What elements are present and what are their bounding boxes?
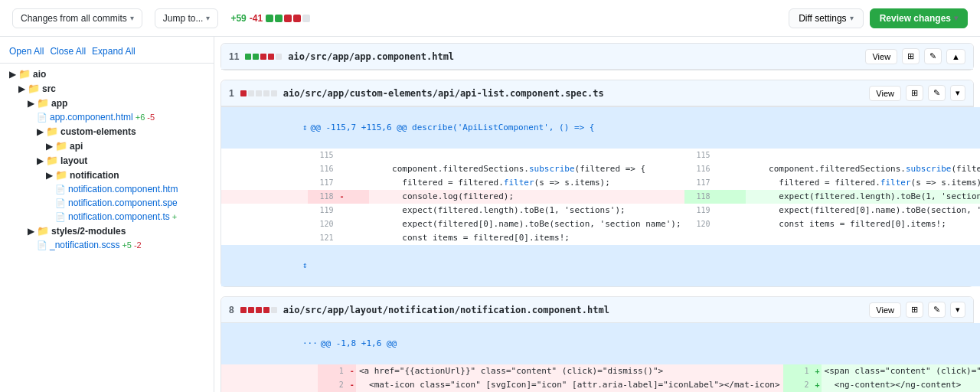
diff-panel: 11 aio/src/app/app.component.html View ⊞…	[214, 37, 980, 392]
diff-settings-button[interactable]: Diff settings ▾	[789, 8, 863, 28]
view-button-3[interactable]: View	[869, 302, 901, 318]
tree-folder-layout[interactable]: ▶ 📁 layout	[0, 153, 214, 168]
expand-all-button[interactable]: Expand All	[92, 46, 136, 57]
sidebar-actions: Open All Close All Expand All	[0, 43, 214, 64]
stat-5	[276, 54, 282, 60]
tree-file-notification-html[interactable]: 📄 notification.component.htm	[0, 182, 214, 196]
expand-icon-bottom[interactable]: ⇕	[302, 260, 308, 270]
changes-label: Changes from all commits	[21, 13, 127, 24]
folder-icon-img: 📁	[37, 97, 49, 109]
stat-block-3	[284, 15, 292, 22]
tree-file-app-component-html[interactable]: 📄 app.component.html +6 -5	[0, 110, 214, 124]
edit-button-2[interactable]: ✎	[928, 85, 946, 101]
folder-icon: ▶	[46, 170, 53, 181]
additions-count: +59	[230, 13, 246, 24]
folder-icon: ▶	[37, 126, 44, 137]
display-mode-button-3[interactable]: ⊞	[906, 302, 923, 318]
file-badge-green: +6	[136, 113, 145, 122]
tree-file-notification-spec[interactable]: 📄 notification.component.spe	[0, 196, 214, 210]
file-tree-sidebar: Open All Close All Expand All ▶ 📁 aio ▶ …	[0, 37, 214, 392]
file-name-notification-spec: notification.component.spe	[68, 198, 178, 208]
stat-3	[260, 54, 266, 60]
jump-to-label: Jump to...	[163, 13, 204, 24]
file-icon: 📄	[55, 212, 66, 222]
tree-file-notification-scss[interactable]: 📄 _notification.scss +5 -2	[0, 238, 214, 252]
file-icon: 📄	[55, 198, 66, 208]
stat-5	[271, 90, 277, 96]
stat-2	[253, 54, 259, 60]
diff-content-2: ⇕ @@ -115,7 +115,6 @@ describe('ApiListC…	[221, 106, 973, 286]
jump-to-dropdown[interactable]: Jump to... ▾	[155, 8, 219, 28]
folder-icon: ▶	[18, 83, 25, 94]
chevron-down-icon: ▾	[206, 14, 210, 22]
close-all-button[interactable]: Close All	[50, 46, 86, 57]
review-changes-button[interactable]: Review changes ▾	[870, 8, 968, 28]
open-all-button[interactable]: Open All	[9, 46, 44, 57]
view-button-2[interactable]: View	[869, 86, 901, 101]
file-path-3: aio/src/app/layout/notification/notifica…	[283, 305, 609, 315]
diff-file-header-3: 8 aio/src/app/layout/notification/notifi…	[221, 297, 973, 323]
chevron-down-icon: ▾	[954, 14, 958, 22]
stat-block-2	[275, 15, 283, 22]
stat-block-5	[302, 15, 310, 22]
file-badge-scss-green: +5	[122, 240, 132, 250]
file-num-2: 1	[229, 88, 234, 99]
stat-1	[240, 90, 247, 96]
file-badge-scss-red: -2	[134, 240, 142, 250]
tree-folder-api[interactable]: ▶ 📁 api	[0, 139, 214, 153]
folder-icon-img: 📁	[18, 68, 31, 80]
changes-dropdown[interactable]: Changes from all commits ▾	[12, 8, 142, 28]
tree-folder-notification[interactable]: ▶ 📁 notification	[0, 168, 214, 182]
tree-file-notification-ts[interactable]: 📄 notification.component.ts +	[0, 210, 214, 224]
folder-icon: ▶	[28, 226, 34, 237]
file-stat-blocks-1	[245, 54, 282, 60]
diff-content-3: ··· @@ -1,8 +1,6 @@ 1 - <a href="{{actio…	[221, 323, 973, 392]
hunk-expand-row-bottom: ⇕	[221, 245, 980, 286]
display-mode-button-1[interactable]: ⊞	[902, 48, 920, 64]
folder-name-aio: aio	[33, 69, 46, 80]
diff-file-api-list: 1 aio/src/app/custom-elements/api/api-li…	[220, 80, 974, 287]
expand-icon-3[interactable]: ···	[302, 338, 318, 348]
diff-stats: +59 -41	[230, 13, 310, 24]
folder-name-api: api	[70, 141, 83, 152]
stat-1	[245, 54, 251, 60]
diff-table-3: ··· @@ -1,8 +1,6 @@ 1 - <a href="{{actio…	[221, 323, 980, 392]
tree-folder-src[interactable]: ▶ 📁 src	[0, 81, 214, 96]
tree-folder-custom-elements[interactable]: ▶ 📁 custom-elements	[0, 124, 214, 139]
view-button-1[interactable]: View	[865, 49, 897, 64]
stat-1	[240, 307, 247, 313]
edit-button-1[interactable]: ✎	[924, 48, 942, 64]
tree-folder-app[interactable]: ▶ 📁 app	[0, 96, 214, 110]
collapse-button-1[interactable]: ▲	[946, 49, 965, 64]
folder-icon-img: 📁	[46, 126, 58, 137]
tree-folder-styles[interactable]: ▶ 📁 styles/2-modules	[0, 224, 214, 238]
tree-folder-aio[interactable]: ▶ 📁 aio	[0, 67, 214, 81]
diff-file-header-2: 1 aio/src/app/custom-elements/api/api-li…	[221, 80, 973, 106]
folder-icon-img: 📁	[28, 83, 40, 94]
diff-line-n2: 2 - <mat-icon class="icon" [svgIcon]="ic…	[221, 378, 980, 392]
expand-icon[interactable]: ⇕	[302, 122, 308, 132]
file-name-notification-html: notification.component.htm	[68, 184, 178, 194]
review-changes-label: Review changes	[880, 13, 951, 24]
chevron-down-icon: ▾	[850, 14, 854, 22]
file-path-1: aio/src/app/app.component.html	[288, 51, 454, 62]
folder-icon: ▶	[46, 141, 53, 152]
file-icon: 📄	[55, 185, 66, 194]
folder-name-app: app	[51, 98, 67, 109]
diff-line-120: 120 expect(filtered[0].name).toBe(sectio…	[221, 217, 980, 231]
diff-line-n1: 1 - <a href="{{actionUrl}}" class="conte…	[221, 364, 980, 378]
top-bar: Changes from all commits ▾ Jump to... ▾ …	[0, 0, 980, 37]
hunk-expand-row: ⇕ @@ -115,7 +115,6 @@ describe('ApiListC…	[221, 107, 980, 149]
stat-3	[256, 307, 262, 313]
file-name-notification-scss: _notification.scss	[50, 240, 119, 250]
file-name-app-component: app.component.html	[50, 112, 133, 122]
file-badge-ts: +	[172, 212, 177, 221]
edit-button-3[interactable]: ✎	[928, 302, 946, 318]
diff-line-115: 115 115	[221, 149, 980, 162]
file-stat-blocks-3	[240, 307, 277, 313]
collapse-button-2[interactable]: ▾	[950, 85, 965, 101]
collapse-button-3[interactable]: ▾	[950, 302, 965, 318]
display-mode-button-2[interactable]: ⊞	[906, 85, 923, 101]
stat-blocks	[266, 15, 310, 22]
diff-line-116: 116 component.filteredSections.subscribe…	[221, 162, 980, 176]
